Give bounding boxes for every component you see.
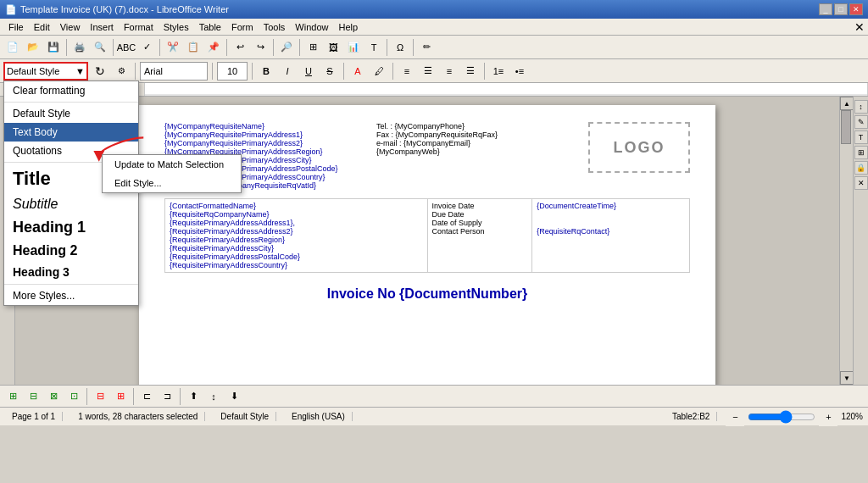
- align-top-btn[interactable]: ⬆: [184, 387, 203, 406]
- manage-styles-icon[interactable]: ⚙: [112, 62, 131, 80]
- align-center-button[interactable]: ☰: [419, 62, 437, 80]
- region: {RequisitePrimaryAddressRegion}: [170, 236, 423, 244]
- menu-styles[interactable]: Styles: [159, 20, 194, 34]
- menu-form[interactable]: Form: [226, 20, 259, 34]
- update-style-icon[interactable]: ↻: [91, 62, 109, 80]
- edit-style-menu-item[interactable]: Edit Style...: [103, 174, 241, 192]
- scroll-track[interactable]: [840, 110, 853, 371]
- menu-close-icon[interactable]: ✕: [854, 20, 865, 34]
- menu-bar: File Edit View Insert Format Styles Tabl…: [0, 19, 868, 36]
- style-item-h3[interactable]: Heading 3: [4, 262, 138, 282]
- insert-special-button[interactable]: Ω: [391, 38, 409, 57]
- numbering-button[interactable]: 1≡: [489, 62, 508, 80]
- undo-button[interactable]: ↩: [231, 38, 249, 57]
- style-dropdown[interactable]: Default Style ▼: [3, 62, 88, 80]
- style-item-more[interactable]: More Styles...: [4, 286, 138, 305]
- align-left-button[interactable]: ≡: [398, 62, 416, 80]
- scroll-thumb[interactable]: [841, 110, 851, 144]
- maximize-button[interactable]: □: [834, 3, 848, 15]
- insert-image-button[interactable]: 🖼: [324, 38, 342, 57]
- redo-button[interactable]: ↪: [251, 38, 270, 57]
- font-color-button[interactable]: A: [348, 62, 367, 80]
- align-mid-btn[interactable]: ↕: [204, 387, 223, 406]
- table-btn1[interactable]: ⊞: [3, 387, 22, 406]
- bold-button[interactable]: B: [257, 62, 275, 80]
- paste-button[interactable]: 📌: [204, 38, 223, 57]
- panel-icon3[interactable]: T: [854, 130, 868, 144]
- company-addr2-field: {MyCompanyRequisitePrimaryAddress2}: [164, 139, 368, 147]
- doc-header-row: {MyCompanyRequisiteName} {MyCompanyRequi…: [164, 122, 690, 190]
- autocorrect-button[interactable]: ✓: [137, 38, 156, 57]
- insert-textbox-button[interactable]: T: [364, 38, 383, 57]
- style-item-default[interactable]: Default Style: [4, 104, 138, 123]
- row-add-btn[interactable]: ⊞: [111, 387, 130, 406]
- align-bot-btn[interactable]: ⬇: [225, 387, 243, 406]
- panel-icon6[interactable]: ✕: [854, 176, 868, 190]
- close-button[interactable]: ✕: [849, 3, 863, 15]
- copy-button[interactable]: 📋: [184, 38, 203, 57]
- update-style-menu-item[interactable]: Update to Match Selection: [103, 155, 241, 174]
- style-item-clear[interactable]: Clear formatting: [4, 81, 138, 100]
- table-btn4[interactable]: ⊡: [64, 387, 83, 406]
- menu-insert[interactable]: Insert: [85, 20, 119, 34]
- menu-edit[interactable]: Edit: [29, 20, 55, 34]
- panel-icon2[interactable]: ✎: [854, 115, 868, 129]
- split-btn[interactable]: ⊏: [137, 387, 156, 406]
- open-button[interactable]: 📂: [24, 38, 42, 57]
- table-ref: Table2:B2: [665, 412, 717, 421]
- format-sep1: [135, 63, 136, 80]
- zoom-slider[interactable]: [748, 410, 815, 424]
- cut-button[interactable]: ✂️: [164, 38, 182, 57]
- style-item-h1[interactable]: Heading 1: [4, 215, 138, 240]
- menu-help[interactable]: Help: [333, 20, 363, 34]
- invoice-address-table: {ContactFormattedName} {RequisiteRqCompa…: [164, 198, 690, 273]
- page-count: Page 1 of 1: [5, 412, 63, 421]
- drawing-button[interactable]: ✏: [417, 38, 436, 57]
- panel-icon4[interactable]: ⊞: [854, 146, 868, 159]
- scroll-up-arrow[interactable]: ▲: [840, 97, 854, 110]
- print-button[interactable]: 🖨️: [70, 38, 89, 57]
- save-button[interactable]: 💾: [44, 38, 63, 57]
- style-item-subtitle[interactable]: Subtitle: [4, 193, 138, 215]
- email-field: e-mail : {MyCompanyEmail}: [376, 139, 580, 147]
- highlight-button[interactable]: 🖊: [370, 62, 388, 80]
- invoice-values-cell: {DocumentCreateTime} {RequisiteRqContact…: [532, 199, 690, 273]
- strikethrough-button[interactable]: S: [320, 62, 339, 80]
- scroll-down-arrow[interactable]: ▼: [840, 371, 854, 385]
- table-btn3[interactable]: ⊠: [44, 387, 63, 406]
- postal: {RequisitePrimaryAddressPostalCode}: [170, 253, 423, 261]
- contact-person-label: Contact Person: [432, 227, 528, 236]
- align-right-button[interactable]: ≡: [440, 62, 459, 80]
- language: English (USA): [285, 412, 353, 421]
- merge-btn[interactable]: ⊐: [158, 387, 176, 406]
- font-name-input[interactable]: [140, 62, 208, 80]
- menu-tools[interactable]: Tools: [259, 20, 291, 34]
- title-bar-title: 📄 Template Invoice (UK) (7).docx - Libre…: [5, 4, 229, 15]
- panel-icon5[interactable]: 🔒: [854, 161, 868, 175]
- menu-file[interactable]: File: [3, 20, 29, 34]
- find-button[interactable]: 🔎: [277, 38, 296, 57]
- italic-button[interactable]: I: [278, 62, 297, 80]
- preview-button[interactable]: 🔍: [91, 38, 109, 57]
- style-item-textbody[interactable]: Text Body: [4, 123, 138, 142]
- minimize-button[interactable]: _: [819, 3, 832, 15]
- row-del-btn[interactable]: ⊟: [91, 387, 109, 406]
- table-btn2[interactable]: ⊟: [24, 387, 42, 406]
- font-size-input[interactable]: [217, 62, 248, 80]
- menu-format[interactable]: Format: [119, 20, 159, 34]
- bt-sep3: [180, 388, 181, 405]
- bullets-button[interactable]: •≡: [510, 62, 529, 80]
- menu-view[interactable]: View: [55, 20, 86, 34]
- underline-button[interactable]: U: [299, 62, 318, 80]
- insert-chart-button[interactable]: 📊: [344, 38, 363, 57]
- menu-table[interactable]: Table: [194, 20, 226, 34]
- new-button[interactable]: 📄: [3, 38, 22, 57]
- zoom-in-btn[interactable]: +: [819, 408, 837, 426]
- insert-table-button[interactable]: ⊞: [303, 38, 322, 57]
- align-justify-button[interactable]: ☰: [461, 62, 480, 80]
- style-item-h2[interactable]: Heading 2: [4, 240, 138, 262]
- zoom-out-btn[interactable]: −: [726, 408, 744, 426]
- menu-window[interactable]: Window: [290, 20, 333, 34]
- panel-icon1[interactable]: ↕: [854, 100, 868, 114]
- spellcheck-button[interactable]: ABC: [117, 38, 136, 57]
